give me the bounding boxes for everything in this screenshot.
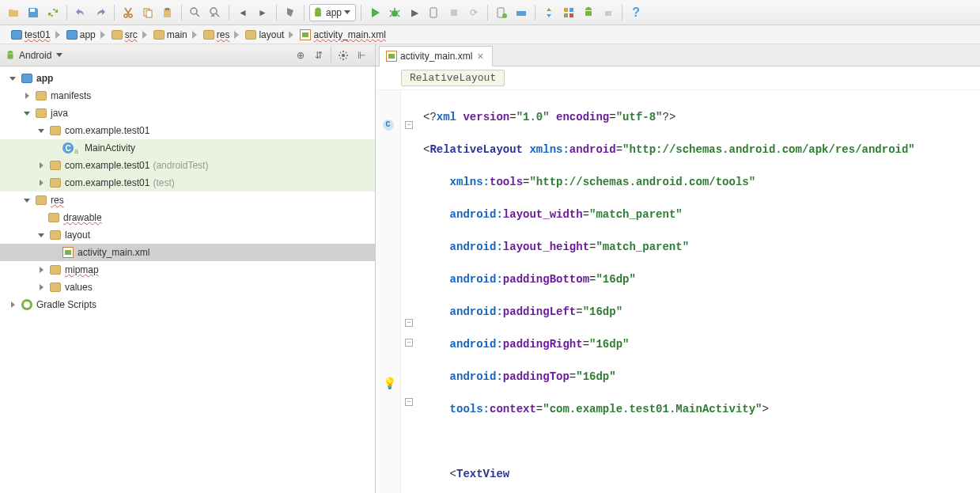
fold-icon[interactable]: − (405, 398, 413, 406)
code-editor[interactable]: C 💡 − − − − <?xml version="1.0" encoding… (376, 90, 980, 493)
folder-icon (245, 30, 256, 40)
breadcrumb-layout[interactable]: layout (239, 26, 293, 44)
fold-icon[interactable]: − (405, 121, 413, 129)
find-icon[interactable] (187, 4, 204, 21)
breadcrumb-bar: test01 app src main res layout activity_… (0, 25, 980, 44)
expand-icon[interactable] (8, 300, 17, 309)
sidebar-title: Android (19, 50, 51, 61)
svg-point-1 (124, 14, 127, 17)
svg-rect-16 (569, 8, 573, 12)
tree-node-package1[interactable]: com.example.test01 (0, 122, 375, 139)
gear-icon[interactable] (335, 47, 352, 64)
back-icon[interactable]: ◄ (234, 4, 252, 21)
open-icon[interactable] (5, 4, 22, 21)
gutter: C 💡 (376, 90, 401, 493)
tree-node-gradle[interactable]: Gradle Scripts (0, 296, 375, 313)
expand-icon[interactable] (36, 283, 46, 292)
expand-icon[interactable] (22, 108, 32, 118)
svg-point-8 (210, 8, 217, 14)
code-content[interactable]: <?xml version="1.0" encoding="utf-8"?> <… (417, 90, 980, 493)
tree-node-res[interactable]: res (0, 192, 375, 209)
make-icon[interactable] (282, 4, 299, 21)
svg-rect-15 (564, 8, 568, 12)
chevron-down-icon (344, 10, 350, 14)
redo-icon[interactable] (92, 4, 109, 21)
attach-debugger-icon[interactable] (426, 4, 443, 21)
tree-node-java[interactable]: java (0, 104, 375, 122)
expand-icon[interactable] (36, 230, 46, 240)
chevron-down-icon[interactable] (56, 53, 62, 57)
gradle-icon (21, 299, 32, 310)
tree-node-manifests[interactable]: manifests (0, 87, 375, 104)
hide-icon[interactable]: ⊩ (353, 47, 370, 64)
collapse-all-icon[interactable]: ⇵ (310, 47, 327, 64)
tree-node-layout[interactable]: layout (0, 226, 375, 244)
run-icon[interactable] (366, 4, 384, 21)
breadcrumb-src[interactable]: src (105, 26, 147, 44)
svg-rect-10 (430, 8, 437, 17)
expand-icon[interactable] (36, 126, 46, 135)
svg-rect-0 (30, 9, 35, 12)
debug-icon[interactable] (386, 4, 403, 21)
svg-rect-4 (146, 10, 152, 17)
breadcrumb-test01[interactable]: test01 (5, 26, 60, 44)
expand-icon[interactable] (36, 161, 46, 170)
breadcrumb-file[interactable]: activity_main.xml (293, 26, 395, 44)
run-config-dropdown[interactable]: app (309, 4, 356, 21)
svg-rect-17 (564, 13, 568, 17)
tree-node-package3[interactable]: com.example.test01 (test) (0, 174, 375, 192)
svg-rect-14 (516, 11, 526, 16)
project-sidebar: Android ⊕ ⇵ ⊩ app manifests java com.exa… (0, 44, 376, 493)
lightbulb-icon[interactable]: 💡 (383, 377, 394, 388)
breadcrumb-main[interactable]: main (147, 26, 197, 44)
tree-node-mainactivity[interactable]: CaMainActivity (0, 139, 375, 157)
fold-gutter: − − − − (401, 90, 417, 493)
folder-icon (153, 30, 165, 40)
run-coverage-icon[interactable]: ▶ (406, 4, 423, 21)
replace-icon[interactable] (206, 4, 224, 21)
undo-icon[interactable] (72, 4, 89, 21)
close-tab-icon[interactable]: × (475, 50, 485, 63)
sync-icon[interactable] (44, 4, 62, 21)
scroll-from-source-icon[interactable]: ⊕ (292, 47, 309, 64)
sidebar-header: Android ⊕ ⇵ ⊩ (0, 44, 375, 66)
cut-icon[interactable] (119, 4, 137, 21)
forward-icon[interactable]: ► (254, 4, 271, 21)
crumb-relativelayout[interactable]: RelativeLayout (401, 70, 505, 86)
expand-icon[interactable] (36, 265, 46, 275)
fold-icon[interactable]: − (405, 319, 413, 327)
class-gutter-icon[interactable]: C (383, 119, 394, 131)
expand-icon[interactable] (36, 178, 46, 188)
paste-icon[interactable] (159, 4, 176, 21)
sync-gradle-icon[interactable] (540, 4, 558, 21)
breadcrumb-app[interactable]: app (60, 26, 105, 44)
help-icon[interactable]: ? (627, 4, 645, 21)
avd-manager-icon[interactable] (493, 4, 510, 21)
svg-rect-6 (165, 8, 169, 10)
class-icon: C (62, 142, 74, 154)
tree-node-drawable[interactable]: drawable (0, 209, 375, 226)
expand-icon[interactable] (22, 195, 32, 205)
project-structure-icon[interactable] (560, 4, 577, 21)
expand-icon[interactable] (8, 74, 17, 83)
expand-icon[interactable] (22, 91, 32, 100)
tree-node-app[interactable]: app (0, 70, 375, 87)
rerun-icon[interactable]: ⟳ (465, 4, 482, 21)
svg-point-13 (502, 13, 507, 18)
tree-node-package2[interactable]: com.example.test01 (androidTest) (0, 157, 375, 174)
breadcrumb-res[interactable]: res (197, 26, 240, 44)
device-monitor-icon[interactable] (580, 4, 597, 21)
tree-node-activity-main[interactable]: activity_main.xml (0, 244, 375, 261)
svg-rect-18 (569, 13, 573, 17)
stop-icon[interactable] (445, 4, 463, 21)
tree-node-values[interactable]: values (0, 279, 375, 296)
fold-icon[interactable]: − (405, 339, 413, 347)
xml-file-icon (300, 29, 311, 40)
layout-inspector-icon[interactable] (600, 4, 617, 21)
tree-node-mipmap[interactable]: mipmap (0, 261, 375, 279)
copy-icon[interactable] (139, 4, 157, 21)
save-icon[interactable] (25, 4, 42, 21)
run-config-label: app (326, 7, 342, 18)
sdk-manager-icon[interactable] (513, 4, 530, 21)
editor-tab-activity-main[interactable]: activity_main.xml × (379, 46, 493, 66)
